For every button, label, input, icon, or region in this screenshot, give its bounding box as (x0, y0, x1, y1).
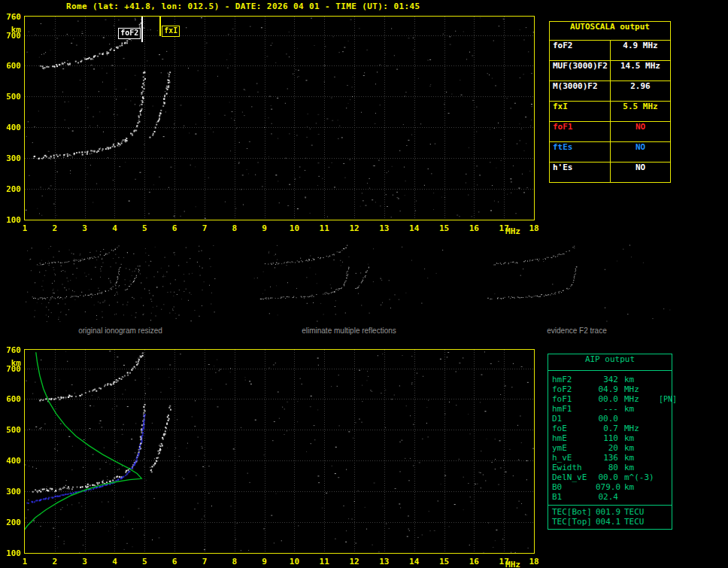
x-axis-tick-label: 14 (405, 223, 423, 233)
parameter-value: NO (611, 142, 670, 162)
x-axis-tick-label: 2 (46, 557, 64, 566)
aip-parameter-label: hmE (552, 433, 596, 443)
aip-row-b1: B102.4 (548, 492, 672, 502)
x-axis-tick-label: 6 (165, 557, 184, 566)
parameter-label: foF2 (550, 41, 611, 60)
autoscala-row-m3000f2: M(3000)F22.96 (550, 80, 670, 101)
aip-parameter-label: hmF1 (552, 404, 596, 414)
y-axis-unit-label: km (2, 25, 21, 35)
aip-row-b0: B0079.0km (548, 482, 672, 492)
autoscala-table-title: AUTOSCALA output (550, 22, 670, 40)
aip-parameter-unit: MHz (624, 384, 659, 394)
x-axis-tick-label: 12 (345, 557, 363, 566)
aip-row-foe: foE0.7MHz (548, 424, 672, 433)
autoscala-row-fxi: fxI5.5 MHz (550, 101, 670, 121)
parameter-label: M(3000)F2 (550, 81, 611, 101)
parameter-value: 5.5 MHz (611, 102, 670, 121)
parameter-label: fxI (550, 102, 611, 121)
aip-bottom-pad (548, 527, 672, 529)
aip-parameter-value: 342 (596, 375, 624, 384)
fxi-marker-line (159, 17, 161, 36)
x-axis-tick-label: 16 (465, 223, 483, 233)
x-axis-tick-label: 13 (375, 223, 393, 233)
aip-parameter-value: 004.1 (596, 517, 624, 527)
y-axis-tick-label: 600 (2, 61, 21, 71)
aip-output-panel: AIP outputhmF2342kmfoF204.9MHzfoF100.0MH… (548, 354, 672, 530)
y-axis-tick-label: 200 (2, 184, 21, 194)
aip-row-ewidth: Ewidth80km (548, 463, 672, 472)
x-axis-tick-label: 7 (196, 557, 214, 566)
x-axis-tick-label: 5 (135, 557, 153, 566)
aip-row-hmf2: hmF2342km (548, 375, 672, 384)
x-axis-tick-label: 4 (105, 557, 123, 566)
aip-parameter-unit: km (624, 482, 659, 492)
parameter-label: ftEs (550, 142, 611, 162)
y-axis-tick-label: 300 (2, 153, 21, 163)
autoscala-row-fof2: foF24.9 MHz (550, 40, 670, 60)
x-axis-tick-label: 11 (315, 557, 333, 566)
aip-row-fof1: foF100.0MHz[PN] (548, 394, 672, 404)
x-axis-tick-label: 15 (435, 223, 453, 233)
aip-parameter-label: ymE (552, 443, 596, 453)
thumbnail-caption-multiples: eliminate multiple reflections (253, 327, 444, 335)
x-axis-tick-label: 18 (525, 557, 543, 566)
aip-parameter-value: 136 (596, 453, 624, 463)
aip-row-yme: ymE20km (548, 443, 672, 453)
aip-parameter-value: --- (596, 404, 624, 414)
fof2-marker-label: foF2 (118, 28, 141, 39)
aip-parameter-value: 00.0 (596, 472, 624, 482)
parameter-value: 14.5 MHz (611, 61, 670, 80)
aip-parameter-value: 20 (596, 443, 624, 453)
x-axis-tick-label: 11 (315, 223, 333, 233)
y-axis-tick-label: 400 (2, 456, 21, 466)
x-axis-tick-label: 8 (226, 557, 244, 566)
aip-row-fof2: foF204.9MHz (548, 384, 672, 394)
aip-parameter-label: B1 (552, 492, 596, 502)
x-axis-tick-label: 3 (76, 223, 94, 233)
aip-parameter-label: TEC[Top] (552, 517, 596, 527)
profile-ionogram-canvas (25, 350, 534, 553)
aip-parameter-value: 079.0 (596, 482, 624, 492)
y-axis-tick-label: 600 (2, 394, 21, 404)
parameter-value: 4.9 MHz (611, 41, 670, 60)
parameter-value: 2.96 (611, 81, 670, 101)
thumbnail-original-ionogram (25, 245, 216, 322)
x-axis-tick-label: 4 (105, 223, 123, 233)
aip-parameter-label: B0 (552, 482, 596, 492)
aip-parameter-value: 80 (596, 463, 624, 472)
aip-parameter-value: 04.9 (596, 384, 624, 394)
aip-parameter-note: [PN] (659, 394, 677, 404)
thumbnail-no-multiples-canvas (253, 245, 444, 322)
x-axis-tick-label: 3 (76, 557, 94, 566)
aip-parameter-value: 001.9 (596, 507, 624, 517)
thumbnail-caption-original: original ionogram resized (25, 327, 216, 335)
autoscala-row-fof1: foF1NO (550, 121, 670, 141)
y-axis-tick-label: 300 (2, 487, 21, 497)
x-axis-tick-label: 8 (226, 223, 244, 233)
thumbnail-f2-evidence-canvas (481, 245, 672, 322)
fxi-marker-label: fxI (162, 26, 180, 37)
parameter-label: h'Es (550, 163, 611, 182)
autoscala-row-ftes: ftEsNO (550, 141, 670, 162)
aip-parameter-unit: km (624, 453, 659, 463)
aip-row-hme: hmE110km (548, 433, 672, 443)
aip-parameter-label: foF1 (552, 394, 596, 404)
x-axis-tick-label: 1 (16, 223, 34, 233)
aip-panel-title: AIP output (548, 354, 672, 371)
aip-parameter-unit: MHz (624, 424, 659, 433)
aip-row-delnve: DelN_vE00.0m^(-3) (548, 472, 672, 482)
x-axis-tick-label: 1 (16, 557, 34, 566)
x-axis-tick-label: 13 (375, 557, 393, 566)
aip-row-hve: h_vE136km (548, 453, 672, 463)
x-axis-tick-label: 10 (285, 223, 303, 233)
x-axis-unit-label: MHz (504, 226, 522, 236)
x-axis-tick-label: 15 (435, 557, 453, 566)
y-axis-tick-label: 760 (2, 12, 21, 22)
autoscala-row-muf3000f2: MUF(3000)F214.5 MHz (550, 60, 670, 80)
aip-parameter-unit: km (624, 404, 659, 414)
y-axis-tick-label: 400 (2, 123, 21, 132)
aip-parameter-label: Ewidth (552, 463, 596, 472)
x-axis-tick-label: 16 (465, 557, 483, 566)
aip-parameter-unit: km (624, 463, 659, 472)
aip-row-tecbot: TEC[Bot]001.9TECU (548, 507, 672, 517)
